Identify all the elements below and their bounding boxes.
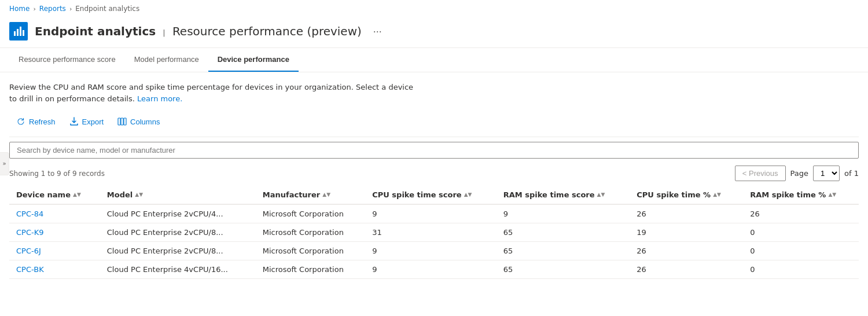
sort-icon-cpu-spike-pct: ▲▼: [713, 192, 721, 197]
device-name-link[interactable]: CPC-84: [16, 210, 43, 218]
cell-ram-spike-score: 9: [496, 204, 630, 223]
cell-ram-spike-pct: 0: [743, 260, 859, 279]
col-header-device-name[interactable]: Device name ▲▼: [9, 186, 100, 204]
svg-rect-6: [124, 118, 126, 125]
cell-cpu-spike-score: 9: [365, 242, 496, 260]
cell-ram-spike-pct: 0: [743, 242, 859, 260]
svg-rect-5: [121, 118, 123, 125]
sort-icon-manufacturer: ▲▼: [322, 192, 330, 197]
cell-ram-spike-score: 65: [496, 242, 630, 260]
divider: [9, 137, 859, 137]
col-header-cpu-spike-pct[interactable]: CPU spike time % ▲▼: [630, 186, 743, 204]
tab-resource-performance-score[interactable]: Resource performance score: [9, 48, 125, 72]
cell-manufacturer: Microsoft Corporation: [256, 260, 365, 279]
device-name-link[interactable]: CPC-6J: [16, 247, 41, 255]
cell-cpu-spike-pct: 26: [630, 242, 743, 260]
cell-cpu-spike-pct: 26: [630, 260, 743, 279]
cell-model: Cloud PC Enterprise 2vCPU/8...: [100, 223, 256, 242]
more-options-button[interactable]: ···: [369, 23, 387, 40]
cell-manufacturer: Microsoft Corporation: [256, 223, 365, 242]
cell-ram-spike-pct: 26: [743, 204, 859, 223]
breadcrumb-reports[interactable]: Reports: [39, 5, 66, 13]
toolbar: Refresh Export Columns: [9, 113, 859, 130]
page-title-main: Endpoint analytics: [35, 24, 156, 38]
cell-cpu-spike-pct: 19: [630, 223, 743, 242]
cell-model: Cloud PC Enterprise 2vCPU/4...: [100, 204, 256, 223]
breadcrumb: Home › Reports › Endpoint analytics: [0, 0, 868, 17]
page-select[interactable]: 1: [813, 166, 840, 181]
breadcrumb-sep-2: ›: [69, 5, 72, 13]
app-icon: [9, 22, 28, 41]
breadcrumb-sep-1: ›: [33, 5, 35, 13]
cell-model: Cloud PC Enterprise 2vCPU/8...: [100, 242, 256, 260]
breadcrumb-home[interactable]: Home: [9, 5, 30, 13]
table-header-row: Device name ▲▼ Model ▲▼: [9, 186, 859, 204]
cell-cpu-spike-pct: 26: [630, 204, 743, 223]
export-icon: [69, 117, 79, 126]
cell-device-name: CPC-BK: [9, 260, 100, 279]
columns-label: Columns: [130, 117, 160, 126]
svg-rect-4: [118, 118, 120, 125]
device-name-link[interactable]: CPC-BK: [16, 265, 44, 274]
analytics-icon: [13, 25, 24, 37]
data-table-container: Device name ▲▼ Model ▲▼: [9, 186, 859, 279]
refresh-icon: [16, 117, 25, 126]
cell-device-name: CPC-K9: [9, 223, 100, 242]
title-separator: |: [163, 28, 165, 37]
table-row: CPC-BK Cloud PC Enterprise 4vCPU/16... M…: [9, 260, 859, 279]
cell-device-name: CPC-84: [9, 204, 100, 223]
col-header-ram-spike-score[interactable]: RAM spike time score ▲▼: [496, 186, 630, 204]
cell-model: Cloud PC Enterprise 4vCPU/16...: [100, 260, 256, 279]
previous-button[interactable]: < Previous: [735, 166, 786, 181]
columns-button[interactable]: Columns: [111, 113, 167, 130]
col-header-cpu-spike-score[interactable]: CPU spike time score ▲▼: [365, 186, 496, 204]
svg-rect-1: [17, 29, 19, 36]
learn-more-link[interactable]: Learn more.: [137, 94, 182, 103]
col-header-manufacturer[interactable]: Manufacturer ▲▼: [256, 186, 365, 204]
cell-device-name: CPC-6J: [9, 242, 100, 260]
tab-model-performance[interactable]: Model performance: [125, 48, 208, 72]
of-label: of 1: [844, 169, 859, 178]
svg-rect-0: [14, 31, 16, 36]
export-label: Export: [82, 117, 104, 126]
columns-icon: [117, 117, 127, 126]
svg-rect-3: [23, 30, 24, 36]
cell-cpu-spike-score: 9: [365, 260, 496, 279]
cell-manufacturer: Microsoft Corporation: [256, 204, 365, 223]
sort-icon-ram-spike-pct: ▲▼: [828, 192, 836, 197]
svg-rect-2: [20, 27, 21, 36]
tab-device-performance[interactable]: Device performance: [208, 48, 299, 72]
page-title-container: Endpoint analytics | Resource performanc…: [35, 24, 362, 38]
sort-icon-cpu-spike-score: ▲▼: [464, 192, 472, 197]
sort-icon-model: ▲▼: [135, 192, 143, 197]
cell-cpu-spike-score: 9: [365, 204, 496, 223]
tab-content: Review the CPU and RAM score and spike t…: [0, 72, 868, 279]
col-header-model[interactable]: Model ▲▼: [100, 186, 256, 204]
breadcrumb-current: Endpoint analytics: [75, 5, 139, 13]
page-title-sub: Resource performance (preview): [172, 24, 362, 38]
export-button[interactable]: Export: [62, 113, 111, 130]
table-row: CPC-K9 Cloud PC Enterprise 2vCPU/8... Mi…: [9, 223, 859, 242]
description: Review the CPU and RAM score and spike t…: [9, 82, 414, 104]
refresh-button[interactable]: Refresh: [9, 113, 62, 130]
sort-icon-ram-spike-score: ▲▼: [597, 192, 605, 197]
cell-ram-spike-score: 65: [496, 260, 630, 279]
cell-ram-spike-pct: 0: [743, 223, 859, 242]
records-pagination-row: Showing 1 to 9 of 9 records < Previous P…: [9, 163, 859, 186]
sidebar-toggle[interactable]: »: [0, 152, 9, 175]
table-row: CPC-84 Cloud PC Enterprise 2vCPU/4... Mi…: [9, 204, 859, 223]
table-row: CPC-6J Cloud PC Enterprise 2vCPU/8... Mi…: [9, 242, 859, 260]
device-name-link[interactable]: CPC-K9: [16, 228, 43, 237]
cell-cpu-spike-score: 31: [365, 223, 496, 242]
page-label: Page: [790, 169, 808, 178]
col-header-ram-spike-pct[interactable]: RAM spike time % ▲▼: [743, 186, 859, 204]
page-header: Endpoint analytics | Resource performanc…: [0, 17, 868, 48]
refresh-label: Refresh: [29, 117, 56, 126]
search-input[interactable]: [9, 142, 859, 159]
cell-manufacturer: Microsoft Corporation: [256, 242, 365, 260]
sort-icon-device-name: ▲▼: [73, 192, 81, 197]
description-text: Review the CPU and RAM score and spike t…: [9, 83, 413, 103]
cell-ram-spike-score: 65: [496, 223, 630, 242]
data-table: Device name ▲▼ Model ▲▼: [9, 186, 859, 279]
tab-bar: Resource performance score Model perform…: [0, 48, 868, 72]
